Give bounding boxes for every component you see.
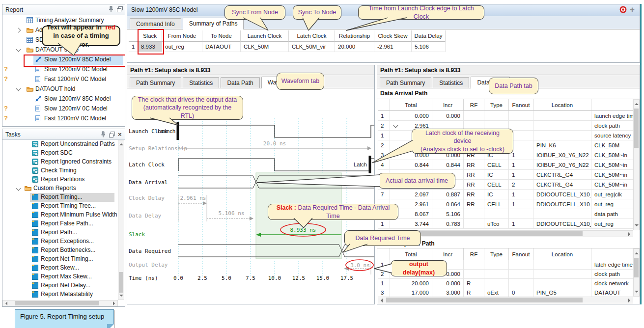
- waveform-tab-path-summary[interactable]: Path Summary: [130, 77, 181, 88]
- tasks-list-item[interactable]: Report Path...: [2, 228, 117, 237]
- tasks-vscrollbar[interactable]: [118, 140, 124, 300]
- tasks-list-item[interactable]: Report False Path...: [2, 219, 117, 228]
- float-icon[interactable]: [109, 132, 115, 137]
- column-header[interactable]: Relationship: [335, 30, 374, 42]
- arrival-vscrollbar[interactable]: [633, 99, 640, 230]
- column-header[interactable]: Incr: [432, 99, 464, 111]
- column-header[interactable]: Data Delay: [412, 30, 446, 42]
- report-tree-item[interactable]: Slow 1200mV 85C Model: [2, 55, 125, 65]
- chevron-down-icon[interactable]: [16, 47, 21, 52]
- tasks-list-item[interactable]: Check Timing: [2, 166, 117, 175]
- column-header[interactable]: [378, 99, 390, 111]
- required-vscroll-thumb[interactable]: [634, 258, 639, 277]
- pin-icon[interactable]: [108, 6, 114, 12]
- table-row[interactable]: 8.0675.106data path: [378, 209, 633, 219]
- table-cell: CELL: [484, 199, 509, 209]
- tasks-list-item[interactable]: Report Partitions: [2, 175, 117, 184]
- column-header[interactable]: From Node: [162, 30, 202, 42]
- tasks-list-item[interactable]: Report Timing...: [2, 193, 117, 202]
- tasks-hscrollbar[interactable]: [2, 300, 118, 306]
- tasks-list-item[interactable]: Report Exceptions...: [2, 237, 117, 246]
- tasks-list-item[interactable]: Report Net Timing...: [2, 255, 117, 264]
- pin-icon[interactable]: [100, 131, 106, 137]
- table-row[interactable]: 120.0000.000Rclock network: [378, 279, 633, 288]
- table-row[interactable]: 40.8440.844RRCELL1IOIBUF_X0_Y6_N22CLK_50…: [378, 160, 633, 170]
- scroll-up-icon[interactable]: [119, 141, 123, 145]
- column-header[interactable]: Location: [533, 99, 591, 111]
- tasks-list-item[interactable]: Report Unconstrained Paths: [2, 140, 117, 149]
- float-icon[interactable]: [117, 6, 123, 12]
- scroll-up-icon[interactable]: [635, 250, 639, 254]
- required-vscrollbar[interactable]: [633, 248, 640, 297]
- column-header[interactable]: RF: [464, 99, 484, 111]
- required-hscroll-thumb[interactable]: [386, 298, 583, 302]
- table-row[interactable]: 317.0003.000RoExt0PIN_G5DATAOUT: [378, 288, 633, 297]
- column-header[interactable]: [129, 30, 138, 42]
- column-header[interactable]: Launch Clock: [241, 30, 289, 42]
- waveform-tab-statistics[interactable]: Statistics: [183, 77, 219, 88]
- scroll-left-icon[interactable]: [379, 299, 383, 302]
- scroll-up-icon[interactable]: [635, 101, 639, 105]
- tasks-list-item[interactable]: Report Minimum Pulse Width...: [2, 211, 117, 219]
- tasks-hscroll-thumb[interactable]: [15, 301, 99, 305]
- report-tree-item[interactable]: ?Fast 1200mV 0C Model: [2, 114, 125, 124]
- scroll-right-icon[interactable]: [628, 232, 632, 236]
- column-header[interactable]: Location: [533, 248, 591, 260]
- chevron-down-icon[interactable]: [16, 186, 21, 191]
- table-row[interactable]: 10.0000.000launch edge time: [378, 111, 633, 121]
- float-plus-icon[interactable]: +: [630, 6, 635, 13]
- tasks-list-item[interactable]: Custom Reports: [2, 184, 117, 193]
- tasks-list-item[interactable]: Report Metastability: [2, 290, 117, 299]
- column-header[interactable]: Latch Clock: [289, 30, 335, 42]
- table-row[interactable]: 13.7440.783uTco1DDIOOUTCELL_X10_Y18_N25o…: [378, 219, 633, 229]
- column-header[interactable]: [591, 248, 633, 260]
- callout-text-red: Slack :: [277, 204, 296, 211]
- column-header[interactable]: Type: [484, 99, 509, 111]
- scroll-left-icon[interactable]: [3, 301, 7, 305]
- tasks-list-item[interactable]: Report SDC: [2, 149, 117, 158]
- scroll-right-icon[interactable]: [628, 299, 632, 302]
- column-header[interactable]: Fanout: [509, 99, 533, 111]
- column-header[interactable]: Total: [390, 99, 432, 111]
- scroll-right-icon[interactable]: [113, 301, 117, 305]
- column-header[interactable]: To Node: [202, 30, 241, 42]
- report-tree-item[interactable]: Slow 1200mV 85C Model: [2, 94, 125, 104]
- required-hscrollbar[interactable]: [378, 297, 633, 303]
- datapath-tab-path-summary[interactable]: Path Summary: [380, 77, 431, 88]
- tasks-list-item[interactable]: Report Ignored Constraints: [2, 158, 117, 166]
- tasks-list-item[interactable]: Report Max Skew...: [2, 273, 117, 281]
- column-header[interactable]: Type: [484, 248, 509, 260]
- tasks-vscroll-thumb[interactable]: [119, 272, 123, 293]
- tasks-list-item[interactable]: Report Bottlenecks...: [2, 246, 117, 255]
- column-header[interactable]: Total: [390, 248, 432, 260]
- column-header[interactable]: RF: [464, 248, 484, 260]
- tasks-list-item[interactable]: Report Skew...: [2, 264, 117, 273]
- tasks-list-item[interactable]: Report Net Delay...: [2, 281, 117, 290]
- datapath-tab-statistics[interactable]: Statistics: [433, 77, 469, 88]
- scroll-down-icon[interactable]: [635, 224, 639, 228]
- report-tree-item[interactable]: ?Slow 1200mV 0C Model: [2, 104, 125, 114]
- chevron-down-icon[interactable]: [16, 86, 21, 91]
- column-header[interactable]: Clock Skew: [374, 30, 412, 42]
- table-row[interactable]: 18.933out_regDATAOUTCLK_50MCLK_50M_vir20…: [129, 42, 446, 52]
- scroll-down-icon[interactable]: [119, 295, 123, 299]
- chevron-down-icon[interactable]: [393, 123, 398, 128]
- column-header[interactable]: Fanout: [509, 248, 533, 260]
- waveform-tab-data-path[interactable]: Data Path: [221, 77, 259, 88]
- stale-question-icon: ?: [4, 105, 8, 112]
- arrival-vscroll-thumb[interactable]: [634, 109, 639, 148]
- model-tab-command-info[interactable]: Command Info: [130, 18, 181, 29]
- close-icon[interactable]: ×: [118, 131, 122, 138]
- tasks-list-item[interactable]: Report Timing Tree...: [2, 202, 117, 211]
- chevron-right-icon[interactable]: [16, 28, 21, 33]
- report-tree-item[interactable]: ?Fast 1200mV 0C Model: [2, 75, 125, 84]
- table-row[interactable]: 2.9610.864RRCELL1DDIOOUTCELL_X10_Y18_N25…: [378, 199, 633, 209]
- scroll-down-icon[interactable]: [635, 291, 639, 295]
- table-row[interactable]: 72.0970.887RRIC1DDIOOUTCELL_X10_Y18_N25o…: [378, 190, 633, 199]
- column-header[interactable]: [378, 248, 390, 260]
- record-target-icon[interactable]: [619, 6, 627, 13]
- cell-text: latch edge time: [594, 262, 633, 268]
- column-header[interactable]: [591, 99, 633, 111]
- column-header[interactable]: Incr: [432, 248, 464, 260]
- report-tree-item[interactable]: DATAOUT hold: [2, 84, 125, 94]
